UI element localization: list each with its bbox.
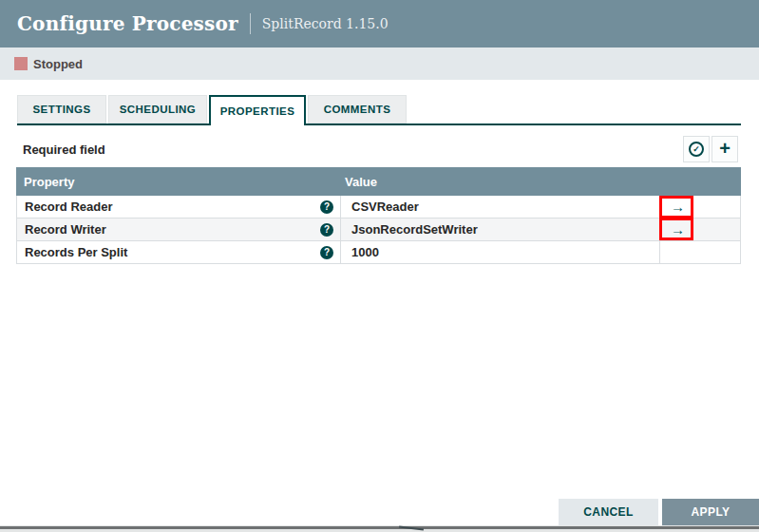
table-row-records-per-split[interactable]: Records Per Split ? 1000 (16, 241, 741, 264)
apply-button[interactable]: APPLY (662, 499, 759, 525)
goto-service-cell: → (659, 196, 740, 218)
property-value: 1000 (351, 245, 379, 259)
help-icon[interactable]: ? (320, 200, 333, 214)
property-value: JsonRecordSetWriter (351, 222, 478, 237)
tab-properties-label: PROPERTIES (220, 105, 295, 117)
table-row-record-writer[interactable]: Record Writer ? JsonRecordSetWriter → (16, 218, 741, 241)
property-name-cell: Records Per Split ? (17, 241, 340, 263)
table-row-record-reader[interactable]: Record Reader ? CSVReader → (16, 196, 741, 218)
canvas-gridline (0, 526, 759, 529)
run-status-bar: Stopped (0, 48, 759, 80)
dialog-title: Configure Processor (17, 12, 238, 35)
required-field-label: Required field (23, 142, 105, 157)
column-header-property: Property (16, 175, 339, 189)
property-value-cell[interactable]: 1000 (340, 241, 659, 263)
tab-scheduling-label: SCHEDULING (120, 104, 197, 115)
property-name: Records Per Split (25, 245, 127, 259)
cancel-button-label: CANCEL (583, 505, 633, 519)
tab-scheduling[interactable]: SCHEDULING (108, 95, 207, 124)
title-divider (250, 13, 251, 34)
check-circle-icon: ✓ (689, 142, 704, 157)
goto-service-arrow-icon[interactable]: → (671, 200, 685, 214)
plus-icon: + (719, 139, 731, 158)
goto-service-cell (659, 241, 740, 263)
column-header-value: Value (339, 175, 741, 189)
goto-service-cell: → (659, 218, 740, 240)
tab-settings-label: SETTINGS (32, 104, 90, 115)
help-icon[interactable]: ? (320, 246, 333, 259)
cancel-button[interactable]: CANCEL (559, 499, 658, 525)
property-value-cell[interactable]: JsonRecordSetWriter (340, 218, 659, 240)
property-value-cell[interactable]: CSVReader (340, 196, 659, 218)
canvas-background-strip (0, 525, 759, 532)
tab-comments[interactable]: COMMENTS (308, 95, 407, 124)
status-label: Stopped (33, 57, 83, 71)
property-name-cell: Record Writer ? (17, 218, 340, 240)
tab-comments-label: COMMENTS (324, 104, 391, 115)
property-name-cell: Record Reader ? (17, 196, 340, 218)
apply-button-label: APPLY (692, 505, 731, 519)
add-property-button[interactable]: + (712, 136, 738, 162)
help-icon[interactable]: ? (320, 223, 333, 237)
table-header-row: Property Value (16, 167, 741, 196)
processor-name-version: SplitRecord 1.15.0 (262, 16, 389, 31)
property-value: CSVReader (351, 200, 419, 214)
properties-table: Property Value Record Reader ? CSVReader… (16, 167, 741, 264)
tab-bar: SETTINGS SCHEDULING PROPERTIES COMMENTS (17, 95, 741, 125)
property-name: Record Reader (25, 200, 112, 214)
tab-properties[interactable]: PROPERTIES (209, 95, 306, 125)
dialog-header: Configure Processor SplitRecord 1.15.0 (0, 0, 759, 48)
stopped-status-icon (14, 57, 28, 70)
goto-service-arrow-icon[interactable]: → (671, 222, 685, 237)
tab-settings[interactable]: SETTINGS (17, 95, 106, 124)
property-name: Record Writer (25, 222, 106, 237)
verify-properties-button[interactable]: ✓ (683, 136, 710, 162)
